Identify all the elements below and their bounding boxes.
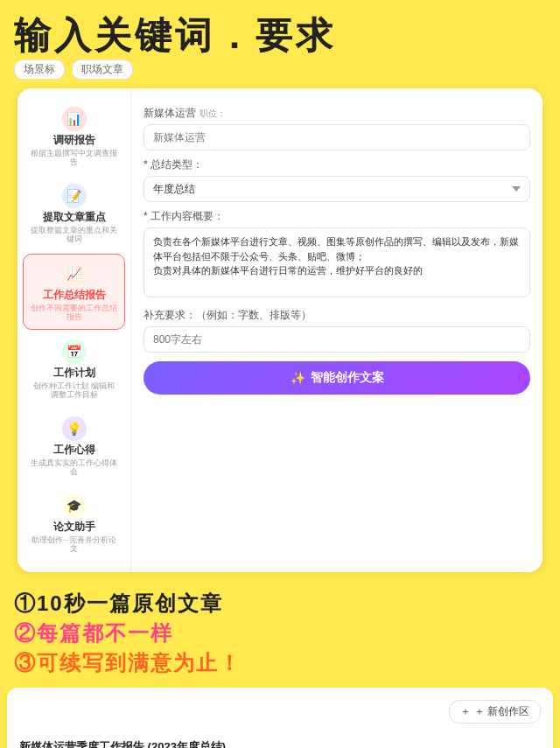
summary-type-select[interactable]: 年度总结 季度总结 月度总结 bbox=[144, 176, 530, 202]
generate-button[interactable]: ✨ 智能创作文案 bbox=[144, 361, 530, 395]
sidebar-title-thesis: 论文助手 bbox=[53, 521, 95, 533]
generate-icon: ✨ bbox=[290, 371, 305, 385]
plus-icon: ＋ bbox=[460, 704, 471, 719]
sidebar-item-plan[interactable]: 📅 工作计划 创作种工作计划 编辑和调整工作目标 bbox=[23, 332, 125, 407]
result-title: 新媒体运营季度工作报告 (2023年度总结) bbox=[19, 739, 541, 748]
generate-label: 智能创作文案 bbox=[311, 370, 384, 386]
top-section: 输入关键词．要求 场景标 职场文章 📊 调研报告 根据主题撰写中文调查报告 📝 … bbox=[0, 0, 560, 581]
sidebar-title-extract: 提取文章重点 bbox=[43, 211, 106, 223]
media-label: 新媒体运营 职位： bbox=[144, 106, 530, 121]
sidebar-icon-research: 📊 bbox=[62, 107, 87, 131]
annotation-section: ①10秒一篇原创文章 ②每篇都不一样 ③可续写到满意为止！ bbox=[0, 581, 560, 688]
subtitle-tags: 场景标 职场文章 bbox=[14, 59, 546, 80]
sidebar-item-extract[interactable]: 📝 提取文章重点 提取整篇文章的重点和关键词 bbox=[23, 177, 125, 251]
result-section: ＋ ＋ 新创作区 新媒体运营季度工作报告 (2023年度总结) 2023年度，我… bbox=[7, 688, 553, 748]
sidebar: 📊 调研报告 根据主题撰写中文调查报告 📝 提取文章重点 提取整篇文章的重点和关… bbox=[18, 88, 131, 572]
sidebar-desc-research: 根据主题撰写中文调查报告 bbox=[30, 149, 118, 168]
sidebar-desc-plan: 创作种工作计划 编辑和调整工作目标 bbox=[30, 381, 118, 401]
new-creation-button[interactable]: ＋ ＋ 新创作区 bbox=[449, 700, 541, 724]
sidebar-title-plan: 工作计划 bbox=[53, 367, 95, 379]
annotation-2: ②每篇都不一样 bbox=[14, 619, 546, 647]
sidebar-icon-thesis: 🎓 bbox=[62, 493, 87, 518]
sidebar-desc-mindset: 生成真实实的工作心得体会 bbox=[30, 458, 118, 478]
sidebar-title-mindset: 工作心得 bbox=[53, 444, 95, 456]
sidebar-item-mindset[interactable]: 💡 工作心得 生成真实实的工作心得体会 bbox=[23, 409, 125, 484]
content-area: 新媒体运营 职位： * 总结类型： 年度总结 季度总结 月度总结 * 工作内容概… bbox=[131, 88, 542, 572]
annotation-3: ③可续写到满意为止！ bbox=[14, 649, 546, 677]
supplement-input[interactable] bbox=[144, 326, 530, 353]
main-title: 输入关键词．要求 bbox=[14, 16, 546, 56]
sidebar-desc-extract: 提取整篇文章的重点和关键词 bbox=[30, 226, 118, 245]
sidebar-desc-thesis: 助理创作···完善并分析论文 bbox=[30, 535, 118, 555]
sidebar-item-summary[interactable]: 📈 工作总结报告 创作不同需要的工作总结报告 bbox=[23, 254, 125, 330]
sidebar-title-research: 调研报告 bbox=[53, 134, 95, 146]
supplement-label: 补充要求：（例如：字数、排版等） bbox=[144, 308, 530, 323]
tag-1: 场景标 bbox=[14, 59, 65, 80]
content-overview-textarea[interactable]: 负责在各个新媒体平台进行文章、视频、图集等原创作品的撰写、编辑以及发布，新媒体平… bbox=[144, 227, 530, 297]
main-card: 📊 调研报告 根据主题撰写中文调查报告 📝 提取文章重点 提取整篇文章的重点和关… bbox=[18, 88, 542, 572]
sidebar-item-thesis[interactable]: 🎓 论文助手 助理创作···完善并分析论文 bbox=[23, 486, 125, 561]
tag-2: 职场文章 bbox=[72, 59, 133, 80]
sidebar-desc-summary: 创作不同需要的工作总结报告 bbox=[31, 304, 117, 323]
sidebar-icon-plan: 📅 bbox=[62, 339, 87, 364]
sidebar-icon-extract: 📝 bbox=[62, 184, 87, 208]
sidebar-icon-summary: 📈 bbox=[62, 262, 87, 286]
annotation-1: ①10秒一篇原创文章 bbox=[14, 590, 546, 618]
sidebar-title-summary: 工作总结报告 bbox=[43, 289, 106, 301]
media-input[interactable] bbox=[144, 124, 530, 150]
sidebar-item-research[interactable]: 📊 调研报告 根据主题撰写中文调查报告 bbox=[23, 100, 125, 174]
summary-type-label: * 总结类型： bbox=[144, 157, 530, 172]
result-wrapper: ＋ ＋ 新创作区 新媒体运营季度工作报告 (2023年度总结) 2023年度，我… bbox=[0, 688, 560, 748]
sidebar-icon-mindset: 💡 bbox=[62, 416, 87, 441]
new-btn-label: ＋ 新创作区 bbox=[474, 704, 529, 719]
content-overview-label: * 工作内容概要： bbox=[144, 209, 530, 224]
title-text: 输入关键词．要求 bbox=[14, 15, 336, 56]
